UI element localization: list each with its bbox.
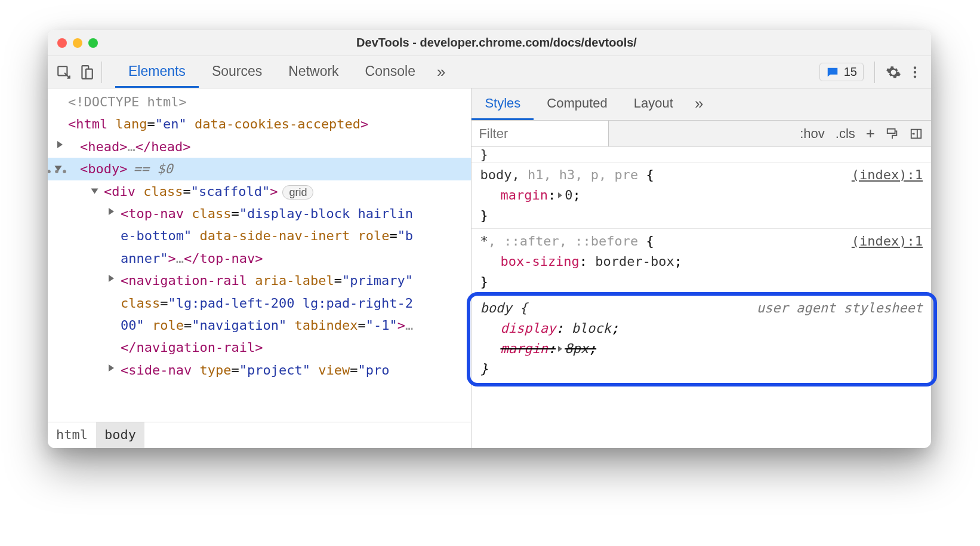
tab-sources[interactable]: Sources bbox=[199, 56, 275, 88]
hov-toggle[interactable]: :hov bbox=[800, 126, 825, 142]
svg-rect-2 bbox=[86, 69, 93, 78]
svg-point-3 bbox=[914, 66, 916, 69]
style-rule-ua[interactable]: user agent stylesheet body { display: bl… bbox=[471, 296, 931, 382]
style-rule[interactable]: (index):1 *, ::after, ::before { box-siz… bbox=[471, 229, 931, 295]
more-subtabs-icon[interactable]: » bbox=[686, 88, 711, 120]
issues-count: 15 bbox=[844, 65, 857, 79]
close-window-button[interactable] bbox=[57, 38, 67, 48]
inspect-element-icon[interactable] bbox=[56, 65, 72, 80]
paint-format-icon[interactable] bbox=[886, 127, 899, 140]
css-prop[interactable]: box-sizing: border-box; bbox=[480, 251, 923, 272]
subtab-computed[interactable]: Computed bbox=[534, 88, 621, 120]
dom-doctype: <!DOCTYPE html> bbox=[68, 94, 187, 109]
dom-navrail[interactable]: <navigation-rail aria-label="primary" bbox=[48, 269, 471, 292]
issues-badge[interactable]: 15 bbox=[819, 63, 864, 81]
message-icon bbox=[826, 66, 839, 79]
svg-point-4 bbox=[914, 70, 916, 73]
more-tabs-icon[interactable]: » bbox=[429, 56, 454, 88]
dom-div-scaffold[interactable]: <div class="scaffold">grid bbox=[48, 180, 471, 203]
new-style-rule-icon[interactable]: + bbox=[866, 124, 875, 143]
svg-rect-6 bbox=[887, 128, 895, 133]
tab-network[interactable]: Network bbox=[275, 56, 352, 88]
grid-badge[interactable]: grid bbox=[282, 185, 313, 200]
titlebar: DevTools - developer.chrome.com/docs/dev… bbox=[48, 30, 931, 56]
rule-source[interactable]: (index):1 bbox=[852, 165, 923, 185]
toggle-sidebar-icon[interactable] bbox=[910, 127, 923, 140]
styles-filter-input[interactable] bbox=[471, 121, 609, 146]
crumb-body[interactable]: body bbox=[96, 422, 144, 448]
tab-elements[interactable]: Elements bbox=[115, 56, 199, 88]
minimize-window-button[interactable] bbox=[73, 38, 82, 48]
main-toolbar: Elements Sources Network Console » 15 bbox=[48, 56, 931, 88]
crumb-html[interactable]: html bbox=[48, 422, 96, 448]
styles-panel: Styles Computed Layout » :hov .cls + bbox=[471, 88, 931, 448]
dom-sidenav[interactable]: <side-nav type="project" view="pro bbox=[48, 359, 471, 381]
breadcrumb: html body bbox=[48, 422, 471, 448]
tab-console[interactable]: Console bbox=[352, 56, 429, 88]
rule-source-ua: user agent stylesheet bbox=[757, 298, 923, 318]
subtab-layout[interactable]: Layout bbox=[621, 88, 686, 120]
style-rule[interactable]: (index):1 body, h1, h3, p, pre { margin:… bbox=[471, 162, 931, 229]
svg-point-5 bbox=[914, 75, 916, 78]
cls-toggle[interactable]: .cls bbox=[836, 126, 855, 142]
dom-topnav[interactable]: <top-nav class="display-block hairlin bbox=[48, 203, 471, 225]
fullscreen-window-button[interactable] bbox=[88, 38, 98, 48]
window-title: DevTools - developer.chrome.com/docs/dev… bbox=[98, 36, 895, 50]
dom-html-open[interactable]: <html lang="en" data-cookies-accepted> bbox=[48, 113, 471, 135]
kebab-menu-icon[interactable] bbox=[907, 65, 923, 80]
settings-icon[interactable] bbox=[886, 65, 901, 80]
elements-panel: <!DOCTYPE html> <html lang="en" data-coo… bbox=[48, 88, 471, 448]
dom-head[interactable]: <head>…</head> bbox=[48, 136, 471, 158]
css-prop[interactable]: display: block; bbox=[480, 318, 923, 339]
css-prop-overridden[interactable]: margin:8px; bbox=[480, 339, 923, 359]
css-prop[interactable]: margin:0; bbox=[480, 185, 923, 205]
dom-body-selected[interactable]: •••<body>== $0 bbox=[48, 158, 471, 180]
rule-source[interactable]: (index):1 bbox=[852, 231, 923, 251]
device-toggle-icon[interactable] bbox=[79, 65, 94, 80]
dom-tree[interactable]: <!DOCTYPE html> <html lang="en" data-coo… bbox=[48, 88, 471, 422]
subtab-styles[interactable]: Styles bbox=[471, 88, 534, 120]
